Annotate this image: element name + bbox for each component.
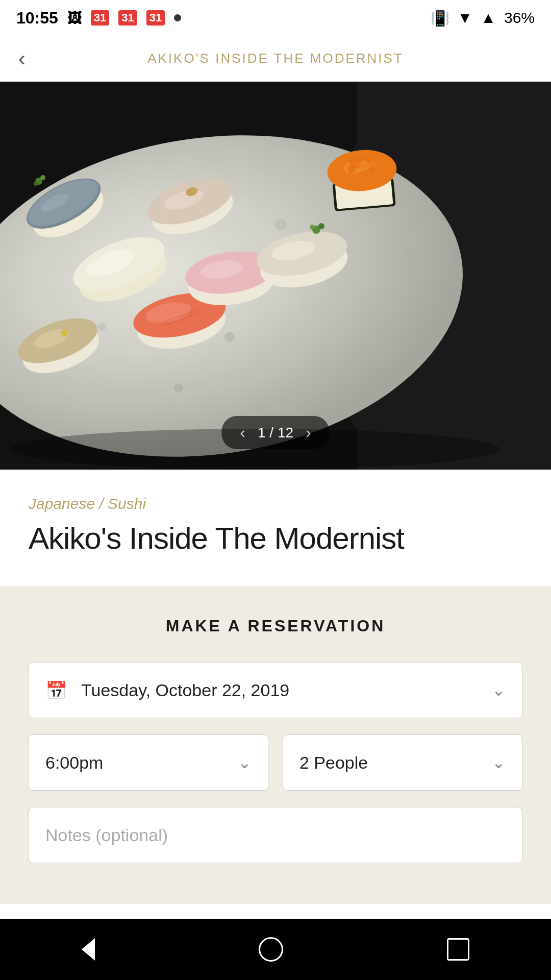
- nav-home-button[interactable]: [259, 937, 283, 962]
- svg-point-8: [274, 218, 287, 231]
- signal-icon: ▲: [481, 9, 496, 27]
- battery-display: 36%: [504, 9, 535, 27]
- calendar-icon: 📅: [45, 680, 67, 700]
- prev-image-button[interactable]: ‹: [240, 423, 245, 442]
- status-bar-right: 📳 ▼ ▲ 36%: [431, 9, 535, 27]
- wifi-icon: ▼: [458, 9, 473, 27]
- people-value: 2 People: [299, 753, 492, 773]
- restaurant-name: Akiko's Inside The Modernist: [29, 522, 522, 555]
- cuisine-tag: Japanese / Sushi: [29, 495, 522, 512]
- reservation-title: MAKE A RESERVATION: [29, 617, 522, 635]
- counter-display: 1 / 12: [258, 425, 293, 441]
- sushi-image: [0, 82, 551, 470]
- header-title: AKIKO'S INSIDE THE MODERNIST: [147, 51, 404, 66]
- svg-point-9: [174, 383, 183, 393]
- nav-back-button[interactable]: [82, 938, 95, 961]
- back-triangle-icon: [82, 938, 95, 961]
- back-button[interactable]: ‹: [18, 48, 26, 69]
- status-bar: 10:55 🖼 31 31 31 📳 ▼ ▲ 36%: [0, 0, 551, 36]
- image-counter: ‹ 1 / 12 ›: [221, 416, 329, 449]
- next-image-button[interactable]: ›: [306, 423, 311, 442]
- svg-point-16: [34, 182, 38, 186]
- date-dropdown-arrow: ⌄: [492, 680, 506, 700]
- restaurant-info: Japanese / Sushi Akiko's Inside The Mode…: [0, 470, 551, 576]
- notification-dot: [174, 14, 181, 21]
- time-display: 10:55: [16, 9, 58, 28]
- svg-point-36: [318, 223, 324, 229]
- date-value: Tuesday, October 22, 2019: [81, 680, 492, 700]
- svg-point-6: [224, 332, 235, 342]
- bottom-navigation: [0, 919, 551, 980]
- time-picker[interactable]: 6:00pm ⌄: [29, 734, 268, 791]
- header: ‹ AKIKO'S INSIDE THE MODERNIST: [0, 36, 551, 82]
- calendar-icon-2: 31: [118, 10, 137, 26]
- calendar-icon-1: 31: [91, 10, 109, 26]
- recents-square-icon: [447, 938, 469, 961]
- svg-point-7: [98, 323, 106, 331]
- home-circle-icon: [259, 937, 283, 962]
- photo-icon: 🖼: [67, 10, 82, 27]
- svg-point-37: [310, 225, 315, 230]
- time-value: 6:00pm: [45, 753, 238, 773]
- reservation-section: MAKE A RESERVATION 📅 Tuesday, October 22…: [0, 586, 551, 904]
- date-picker[interactable]: 📅 Tuesday, October 22, 2019 ⌄: [29, 662, 522, 718]
- time-people-row: 6:00pm ⌄ 2 People ⌄: [29, 734, 522, 791]
- nav-recents-button[interactable]: [447, 938, 469, 961]
- svg-point-15: [40, 175, 45, 180]
- notes-placeholder: Notes (optional): [45, 825, 168, 845]
- status-bar-left: 10:55 🖼 31 31 31: [16, 9, 181, 28]
- calendar-icon-3: 31: [146, 10, 165, 26]
- people-dropdown-arrow: ⌄: [492, 753, 506, 772]
- hero-image-container: ‹ 1 / 12 ›: [0, 82, 551, 470]
- vibrate-icon: 📳: [431, 9, 449, 27]
- notes-field[interactable]: Notes (optional): [29, 807, 522, 863]
- people-picker[interactable]: 2 People ⌄: [283, 734, 522, 791]
- time-dropdown-arrow: ⌄: [238, 753, 252, 772]
